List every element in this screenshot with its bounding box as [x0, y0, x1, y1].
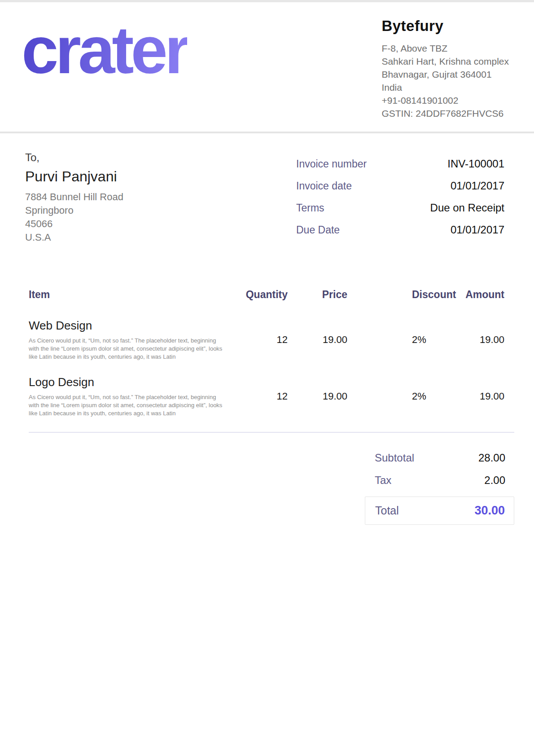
item-quantity: 12 [235, 391, 288, 402]
customer-address-line: 45066 [25, 217, 123, 231]
invoice-number-row: Invoice number INV-100001 [296, 158, 504, 170]
customer-name: Purvi Panjvani [25, 168, 123, 185]
customer-address-line: 7884 Bunnel Hill Road [25, 190, 123, 204]
invoice-header: crater Bytefury F-8, Above TBZ Sahkari H… [0, 2, 534, 132]
table-row: Logo Design As Cicero would put it, “Um,… [29, 375, 504, 418]
items-table-header: Item Quantity Price Discount Amount [29, 289, 504, 301]
company-address-line: Bhavnagar, Gujrat 364001 [381, 68, 509, 81]
item-name: Logo Design [29, 375, 235, 389]
invoice-number-label: Invoice number [296, 158, 367, 170]
tax-label: Tax [375, 474, 391, 487]
invoice-date-value: 01/01/2017 [451, 180, 504, 192]
totals-section: Subtotal 28.00 Tax 2.00 Total 30.00 [365, 452, 514, 525]
invoice-meta-block: Invoice number INV-100001 Invoice date 0… [296, 158, 504, 246]
tax-row: Tax 2.00 [365, 474, 514, 487]
bill-to-block: To, Purvi Panjvani 7884 Bunnel Hill Road… [25, 151, 123, 246]
invoice-number-value: INV-100001 [447, 158, 504, 170]
item-amount: 19.00 [460, 391, 504, 402]
company-info: Bytefury F-8, Above TBZ Sahkari Hart, Kr… [381, 18, 509, 120]
item-quantity: 12 [235, 334, 288, 346]
item-name: Web Design [29, 319, 235, 333]
subtotal-label: Subtotal [375, 452, 414, 464]
column-header-discount: Discount [347, 289, 460, 301]
column-header-quantity: Quantity [235, 289, 288, 301]
due-date-value: 01/01/2017 [451, 224, 504, 236]
totals-divider [29, 432, 514, 433]
item-description: As Cicero would put it, “Um, not so fast… [29, 393, 226, 418]
item-price: 19.00 [288, 334, 347, 346]
due-date-label: Due Date [296, 224, 340, 236]
item-discount: 2% [347, 391, 460, 402]
terms-row: Terms Due on Receipt [296, 202, 504, 214]
total-value: 30.00 [474, 504, 505, 518]
company-address-line: Sahkari Hart, Krishna complex [381, 55, 509, 68]
item-description: As Cicero would put it, “Um, not so fast… [29, 337, 226, 361]
company-gstin: GSTIN: 24DDF7682FHVCS6 [381, 107, 509, 120]
item-cell: Web Design As Cicero would put it, “Um, … [29, 319, 235, 361]
bill-to-label: To, [25, 151, 123, 164]
column-header-price: Price [288, 289, 347, 301]
crater-logo: crater [22, 9, 187, 92]
customer-address-line: Springboro [25, 204, 123, 217]
item-discount: 2% [347, 334, 460, 346]
subtotal-value: 28.00 [478, 452, 505, 464]
column-header-amount: Amount [460, 289, 504, 301]
item-price: 19.00 [288, 391, 347, 402]
tax-value: 2.00 [484, 474, 505, 487]
due-date-row: Due Date 01/01/2017 [296, 224, 504, 236]
company-address-line: India [381, 81, 509, 94]
customer-address-line: U.S.A [25, 231, 123, 244]
invoice-date-label: Invoice date [296, 180, 352, 192]
terms-value: Due on Receipt [430, 202, 504, 214]
items-table: Item Quantity Price Discount Amount Web … [0, 289, 534, 418]
company-address-line: F-8, Above TBZ [381, 42, 509, 55]
table-row: Web Design As Cicero would put it, “Um, … [29, 319, 504, 361]
terms-label: Terms [296, 202, 324, 214]
invoice-page: crater Bytefury F-8, Above TBZ Sahkari H… [0, 0, 534, 756]
total-label: Total [375, 504, 399, 517]
grand-total-box: Total 30.00 [365, 497, 514, 525]
subtotal-row: Subtotal 28.00 [365, 452, 514, 464]
company-phone: +91-08141901002 [381, 94, 509, 107]
item-amount: 19.00 [460, 334, 504, 346]
billing-section: To, Purvi Panjvani 7884 Bunnel Hill Road… [0, 133, 534, 246]
column-header-item: Item [29, 289, 235, 301]
item-cell: Logo Design As Cicero would put it, “Um,… [29, 375, 235, 418]
company-name: Bytefury [381, 18, 509, 35]
invoice-date-row: Invoice date 01/01/2017 [296, 180, 504, 192]
